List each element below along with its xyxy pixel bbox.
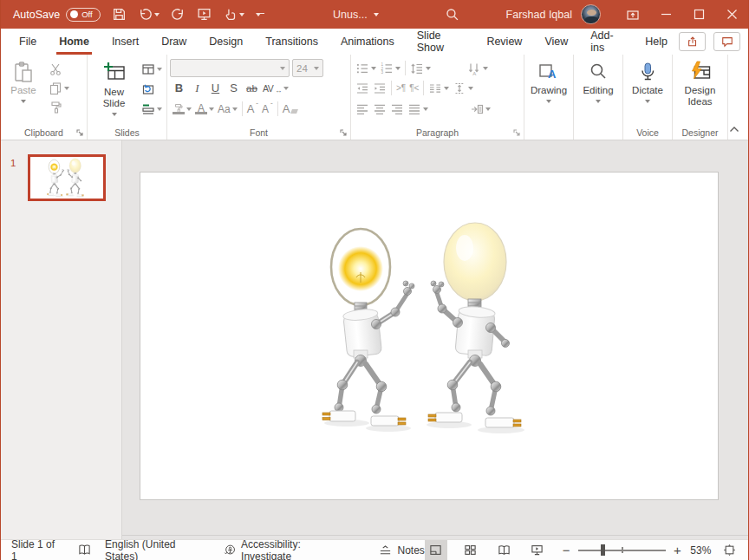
grow-font-button[interactable]: Aˆ [245, 100, 260, 118]
undo-button[interactable] [138, 7, 160, 22]
tab-add-ins[interactable]: Add-ins [579, 29, 634, 55]
font-name-combobox[interactable] [170, 59, 290, 77]
numbering-button[interactable] [378, 59, 402, 77]
paste-icon [12, 61, 35, 83]
share-button[interactable] [679, 32, 706, 51]
slide-layout-button[interactable] [140, 60, 164, 78]
fit-slide-button[interactable] [718, 540, 740, 560]
tab-animations[interactable]: Animations [329, 29, 406, 55]
dictate-button[interactable]: Dictate [628, 58, 668, 126]
paste-button[interactable]: Paste [3, 58, 43, 126]
font-dialog-launcher[interactable] [339, 128, 348, 137]
notes-toggle[interactable]: Notes [379, 544, 424, 557]
undo-icon [138, 7, 153, 22]
design-ideas-button[interactable]: Design Ideas [675, 58, 725, 126]
format-painter-button[interactable] [47, 98, 71, 116]
align-center-button[interactable] [371, 100, 388, 118]
autosave-state: Off [81, 10, 93, 19]
search-button[interactable] [445, 7, 459, 24]
reading-view-icon [498, 544, 511, 557]
reading-view-button[interactable] [492, 540, 515, 560]
shrink-font-button[interactable]: Aˇ [260, 100, 275, 118]
language-status[interactable]: English (United States) [105, 538, 206, 560]
collapse-ribbon-button[interactable] [728, 124, 740, 134]
close-button[interactable] [715, 0, 748, 29]
character-spacing-button[interactable]: AV↔ [261, 79, 290, 97]
highlight-color-button[interactable] [170, 100, 193, 118]
reset-slide-button[interactable] [140, 80, 164, 98]
copy-button[interactable] [47, 79, 71, 97]
text-shadow-button[interactable]: S [225, 79, 243, 97]
editing-button[interactable]: Editing [578, 58, 617, 126]
tab-view[interactable]: View [533, 29, 579, 55]
comments-icon [721, 36, 733, 48]
tab-slide-show[interactable]: Slide Show [406, 29, 476, 55]
customize-quick-access-button[interactable] [256, 13, 261, 16]
maximize-button[interactable] [682, 0, 715, 29]
spell-check-button[interactable] [78, 544, 91, 557]
ribbon-display-options-button[interactable] [616, 0, 649, 29]
tab-file[interactable]: File [8, 29, 48, 55]
zoom-slider-thumb[interactable] [601, 544, 605, 556]
change-case-button[interactable]: Aa [216, 100, 239, 118]
clipboard-dialog-launcher[interactable] [75, 128, 84, 137]
increase-indent-button[interactable] [371, 79, 388, 97]
lightbulb-robots-picture[interactable] [321, 218, 537, 435]
start-presentation-button[interactable] [197, 7, 212, 22]
document-title-dropdown[interactable]: Unus... [333, 0, 379, 29]
normal-view-button[interactable] [425, 540, 447, 560]
decrease-indent-button[interactable] [354, 79, 371, 97]
chevron-down-icon [232, 107, 238, 111]
tab-transitions[interactable]: Transitions [254, 29, 329, 55]
clear-formatting-button[interactable]: A [281, 100, 300, 118]
voice-group-label: Voice [623, 127, 672, 138]
slide-show-button[interactable] [526, 540, 549, 560]
autosave-toggle[interactable]: AutoSave Off [13, 8, 101, 22]
drawing-button[interactable]: Drawing [526, 58, 571, 126]
paragraph-dialog-launcher[interactable] [512, 128, 521, 137]
font-color-button[interactable]: A [193, 100, 216, 118]
save-icon [112, 7, 127, 22]
section-button[interactable] [140, 100, 164, 118]
redo-button[interactable] [171, 7, 186, 22]
font-size-combobox[interactable]: 24 [292, 59, 323, 77]
minimize-button[interactable] [649, 0, 682, 29]
tab-insert[interactable]: Insert [101, 29, 150, 55]
strikethrough-button[interactable]: ab [243, 79, 261, 97]
convert-to-smartart-button[interactable] [468, 100, 492, 118]
slide-canvas[interactable] [140, 172, 719, 500]
save-button[interactable] [112, 7, 127, 22]
comments-button[interactable] [713, 32, 740, 51]
bold-button[interactable]: B [170, 79, 188, 97]
right-to-left-button[interactable]: ¶< [407, 79, 420, 97]
text-direction-button[interactable] [466, 59, 490, 77]
tab-design[interactable]: Design [198, 29, 254, 55]
underline-button[interactable]: U [206, 79, 225, 97]
tab-review[interactable]: Review [475, 29, 533, 55]
tab-home[interactable]: Home [48, 29, 101, 55]
slide-thumbnail[interactable] [28, 154, 106, 201]
tab-help[interactable]: Help [634, 29, 679, 55]
line-spacing-button[interactable] [408, 59, 433, 77]
align-left-button[interactable] [354, 100, 371, 118]
account-name[interactable]: Farshad Iqbal [506, 9, 572, 21]
bullets-button[interactable] [354, 59, 378, 77]
columns-button[interactable] [427, 79, 451, 97]
italic-button[interactable]: I [188, 79, 206, 97]
new-slide-button[interactable]: New Slide [90, 58, 138, 126]
left-to-right-button[interactable]: >¶ [394, 79, 407, 97]
zoom-in-button[interactable]: + [672, 543, 683, 557]
zoom-out-button[interactable]: − [561, 543, 572, 557]
tab-draw[interactable]: Draw [150, 29, 198, 55]
avatar[interactable] [581, 4, 601, 24]
align-text-button[interactable] [451, 79, 475, 97]
align-right-button[interactable] [388, 100, 406, 118]
zoom-slider[interactable] [578, 540, 666, 560]
touch-mouse-mode-button[interactable] [223, 7, 244, 22]
accessibility-status[interactable]: Accessibility: Investigate [224, 538, 348, 560]
autosave-switch[interactable]: Off [66, 8, 101, 22]
justify-button[interactable] [406, 100, 430, 118]
zoom-level[interactable]: 53% [683, 544, 711, 557]
cut-button[interactable] [47, 60, 71, 78]
slide-sorter-view-button[interactable] [459, 540, 482, 560]
